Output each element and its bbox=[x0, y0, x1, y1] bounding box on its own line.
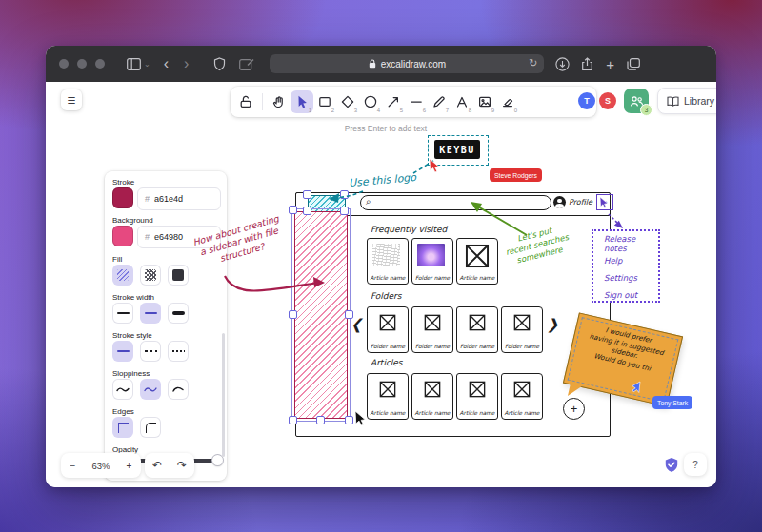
selection-handle[interactable] bbox=[345, 416, 353, 424]
tool-image[interactable]: 9 bbox=[473, 90, 496, 113]
freq-heading[interactable]: Frequently visited bbox=[371, 225, 447, 234]
window-close-button[interactable] bbox=[59, 59, 69, 69]
stroke-style-dotted-button[interactable] bbox=[168, 341, 189, 362]
edges-round-button[interactable] bbox=[140, 417, 161, 438]
selection-handle[interactable] bbox=[289, 206, 297, 214]
share-icon[interactable] bbox=[581, 57, 593, 71]
folder-card-2[interactable]: Folder name bbox=[411, 306, 453, 353]
back-button[interactable]: ‹ bbox=[164, 55, 169, 72]
folder-card-1[interactable]: Folder name bbox=[367, 306, 409, 353]
fill-hachure-button[interactable] bbox=[112, 265, 133, 286]
sloppiness-artist-button[interactable] bbox=[140, 379, 161, 400]
edges-sharp-button[interactable] bbox=[112, 417, 133, 438]
folders-heading[interactable]: Folders bbox=[371, 291, 402, 301]
new-tab-icon[interactable]: + bbox=[606, 56, 614, 72]
undo-button[interactable]: ↶ bbox=[145, 453, 170, 478]
article-card-3[interactable]: Article name bbox=[456, 373, 498, 420]
zoom-out-button[interactable]: − bbox=[61, 453, 85, 478]
tool-arrow[interactable]: 5 bbox=[382, 90, 405, 113]
sloppiness-architect-button[interactable] bbox=[112, 379, 133, 400]
selection-handle[interactable] bbox=[316, 416, 325, 424]
article-card-1[interactable]: Article name bbox=[367, 373, 409, 420]
tool-draw[interactable]: 7 bbox=[428, 90, 451, 113]
fill-crosshatch-button[interactable] bbox=[140, 265, 161, 286]
window-zoom-button[interactable] bbox=[95, 59, 105, 69]
library-button[interactable]: Library bbox=[657, 88, 716, 114]
address-bar[interactable]: excalidraw.com ↻ bbox=[270, 54, 544, 73]
collaborators: T S 3 Library bbox=[578, 88, 716, 114]
redo-button[interactable]: ↷ bbox=[170, 453, 194, 478]
placeholder-icon bbox=[424, 314, 441, 335]
collaborator-avatar-t[interactable]: T bbox=[578, 92, 595, 109]
refresh-icon[interactable]: ↻ bbox=[529, 57, 537, 69]
profile-avatar-icon[interactable] bbox=[553, 196, 566, 208]
forward-button[interactable]: › bbox=[184, 55, 189, 72]
add-button[interactable]: + bbox=[563, 398, 585, 420]
sloppiness-cartoonist-button[interactable] bbox=[168, 379, 189, 400]
main-menu-button[interactable]: ☰ bbox=[61, 89, 82, 110]
article-card-2[interactable]: Article name bbox=[411, 373, 453, 420]
tool-rectangle[interactable]: 2 bbox=[313, 90, 336, 113]
tool-lock[interactable] bbox=[234, 90, 257, 113]
profile-label: Profile bbox=[569, 198, 592, 207]
panel-scrollbar[interactable] bbox=[222, 333, 225, 457]
opacity-slider-thumb[interactable] bbox=[212, 455, 223, 465]
selection-handle[interactable] bbox=[289, 416, 297, 424]
folder-card-3[interactable]: Folder name bbox=[456, 306, 498, 353]
tool-hand[interactable] bbox=[268, 90, 291, 113]
zoom-level[interactable]: 63% bbox=[85, 453, 117, 478]
extrabold-line-icon bbox=[172, 311, 185, 315]
stroke-hex-field[interactable]: #a61e4d bbox=[137, 187, 221, 210]
selection-handle[interactable] bbox=[340, 190, 349, 199]
profile-dropdown[interactable]: ⌄ bbox=[596, 194, 613, 210]
articles-heading[interactable]: Articles bbox=[371, 358, 403, 367]
privacy-shield-icon[interactable] bbox=[213, 57, 226, 71]
freq-card-folder[interactable]: Folder name bbox=[411, 238, 453, 285]
selection-handle[interactable] bbox=[303, 207, 311, 215]
wireframe-search-bar[interactable]: ⌕ bbox=[360, 195, 551, 210]
menu-item-help[interactable]: Help bbox=[604, 252, 658, 269]
compose-icon[interactable] bbox=[239, 58, 254, 70]
help-button[interactable]: ? bbox=[684, 453, 707, 476]
tool-line[interactable]: 6 bbox=[405, 90, 428, 113]
tool-toolbar: 1 2 3 4 5 6 7 bbox=[231, 87, 596, 117]
tool-ellipse[interactable]: 4 bbox=[359, 90, 382, 113]
tool-text[interactable]: 8 bbox=[451, 90, 473, 113]
article-card-4[interactable]: Article name bbox=[501, 373, 543, 420]
tool-diamond[interactable]: 3 bbox=[336, 90, 359, 113]
tool-eraser[interactable]: 0 bbox=[496, 90, 519, 113]
menu-item-settings[interactable]: Settings bbox=[604, 269, 658, 286]
stroke-width-thin-button[interactable] bbox=[112, 303, 133, 324]
lock-open-icon bbox=[238, 94, 253, 109]
wireframe-dropdown-menu[interactable]: Release notes Help Settings Sign out bbox=[592, 229, 660, 303]
stroke-width-bold-button[interactable] bbox=[140, 303, 161, 324]
selection-handle[interactable] bbox=[340, 207, 349, 215]
stroke-style-solid-button[interactable] bbox=[112, 341, 133, 362]
hand-icon bbox=[271, 94, 287, 109]
collaborator-avatar-s[interactable]: S bbox=[599, 92, 616, 109]
selection-handle[interactable] bbox=[289, 310, 297, 319]
selection-handle[interactable] bbox=[345, 310, 353, 319]
sidebar-toggle-icon[interactable] bbox=[127, 58, 141, 70]
zoom-in-button[interactable]: + bbox=[117, 453, 141, 478]
stroke-style-dashed-button[interactable] bbox=[140, 341, 161, 362]
stroke-width-extrabold-button[interactable] bbox=[168, 303, 189, 324]
fill-solid-button[interactable] bbox=[168, 265, 189, 286]
keybu-logo[interactable]: KEYBU bbox=[434, 140, 480, 159]
selection-handle[interactable] bbox=[303, 190, 311, 199]
menu-item-release-notes[interactable]: Release notes bbox=[604, 235, 658, 252]
folder-card-4[interactable]: Folder name bbox=[501, 306, 543, 353]
wireframe-sidebar[interactable] bbox=[294, 211, 348, 419]
tab-overview-icon[interactable] bbox=[627, 58, 640, 70]
freq-card-article-1[interactable]: Article name bbox=[367, 238, 409, 285]
tool-selection[interactable]: 1 bbox=[291, 90, 313, 113]
download-icon[interactable] bbox=[555, 57, 570, 71]
carousel-next-icon[interactable]: ❯ bbox=[547, 316, 559, 333]
background-color-swatch[interactable] bbox=[112, 226, 133, 246]
window-minimize-button[interactable] bbox=[77, 59, 87, 69]
stroke-color-swatch[interactable] bbox=[112, 187, 133, 208]
sidebar-chevron-icon[interactable]: ⌄ bbox=[144, 60, 150, 69]
share-collab-button[interactable]: 3 bbox=[624, 89, 649, 113]
undo-redo-controls: ↶ ↷ bbox=[145, 453, 194, 478]
menu-item-sign-out[interactable]: Sign out bbox=[604, 286, 658, 304]
